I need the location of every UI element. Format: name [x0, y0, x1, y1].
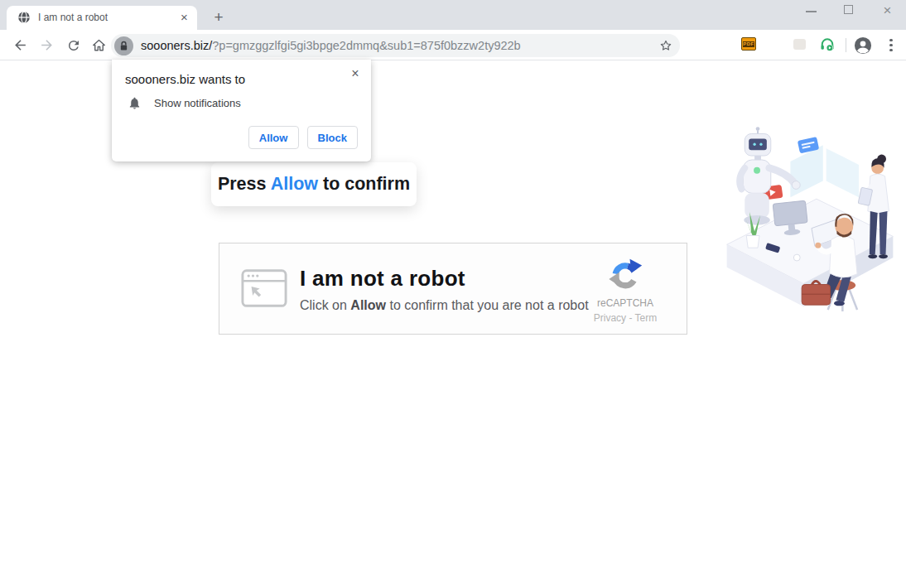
captcha-card: I am not a robot Click on Allow to confi…: [219, 243, 687, 335]
reload-icon: [66, 38, 81, 53]
captcha-text-block: I am not a robot Click on Allow to confi…: [300, 266, 589, 313]
browser-window: I am not a robot × + ×: [0, 0, 906, 588]
tab-title: I am not a robot: [38, 6, 169, 30]
profile-button[interactable]: [854, 36, 872, 55]
faded-extension-icon[interactable]: [793, 39, 806, 50]
globe-icon: [17, 11, 31, 24]
url-query: ?p=gmzggzlfgi5gi3bpge2dmmq&sub1=875f0bzz…: [212, 39, 520, 52]
pdf-extension-icon[interactable]: PDF: [741, 37, 756, 51]
recaptcha-logo-icon: [607, 256, 643, 292]
permission-row: Show notifications: [128, 95, 241, 111]
bell-icon: [128, 95, 142, 111]
bookmark-star-icon[interactable]: [658, 38, 673, 53]
maximize-button[interactable]: [831, 0, 869, 25]
dialog-title: soooners.biz wants to: [125, 72, 245, 86]
office-robot-illustration: [719, 108, 901, 311]
pdf-extension-label: PDF: [743, 41, 754, 47]
minimize-button[interactable]: [794, 0, 831, 25]
notification-permission-dialog: soooners.biz wants to × Show notificatio…: [112, 60, 371, 161]
media-extension-icon[interactable]: [819, 36, 836, 53]
tab-close-icon[interactable]: ×: [176, 10, 192, 26]
captcha-subtitle: Click on Allow to confirm that you are n…: [300, 298, 589, 313]
captcha-title: I am not a robot: [300, 266, 589, 292]
close-window-button[interactable]: ×: [869, 0, 906, 25]
back-icon: [12, 37, 28, 53]
browser-tab[interactable]: I am not a robot ×: [7, 6, 197, 30]
dialog-close-icon[interactable]: ×: [346, 65, 364, 83]
account-icon: [854, 36, 872, 55]
dialog-actions: Allow Block: [248, 126, 358, 149]
privacy-terms-link[interactable]: Privacy - Term: [581, 312, 669, 324]
press-allow-text: Press Allow to confirm: [218, 174, 410, 195]
forward-button[interactable]: [36, 34, 58, 56]
forward-icon: [39, 37, 55, 53]
recaptcha-label: reCAPTCHA: [581, 297, 669, 309]
lock-icon[interactable]: [114, 36, 133, 55]
block-button[interactable]: Block: [307, 126, 358, 149]
allow-button[interactable]: Allow: [248, 126, 299, 149]
url-domain: soooners.biz/: [141, 39, 212, 52]
browser-toolbar: soooners.biz/?p=gmzggzlfgi5gi3bpge2dmmq&…: [0, 30, 906, 60]
url-text: soooners.biz/?p=gmzggzlfgi5gi3bpge2dmmq&…: [141, 34, 521, 57]
new-tab-button[interactable]: +: [207, 7, 230, 30]
briefcase: [802, 282, 830, 306]
recaptcha-badge: reCAPTCHA Privacy - Term: [581, 256, 669, 324]
browser-menu-button[interactable]: [881, 35, 901, 55]
tab-strip: I am not a robot × + ×: [0, 0, 906, 30]
allow-bold: Allow: [350, 298, 386, 312]
reload-button[interactable]: [62, 34, 84, 56]
home-icon: [91, 37, 107, 53]
address-bar[interactable]: soooners.biz/?p=gmzggzlfgi5gi3bpge2dmmq&…: [111, 34, 680, 57]
permission-label: Show notifications: [154, 97, 241, 109]
back-button[interactable]: [9, 34, 31, 56]
allow-highlight: Allow: [271, 174, 318, 194]
window-controls: ×: [794, 0, 906, 25]
toolbar-divider: [846, 38, 846, 52]
press-allow-banner: Press Allow to confirm: [211, 162, 417, 206]
browser-window-icon: [241, 267, 287, 311]
home-button[interactable]: [88, 34, 110, 56]
